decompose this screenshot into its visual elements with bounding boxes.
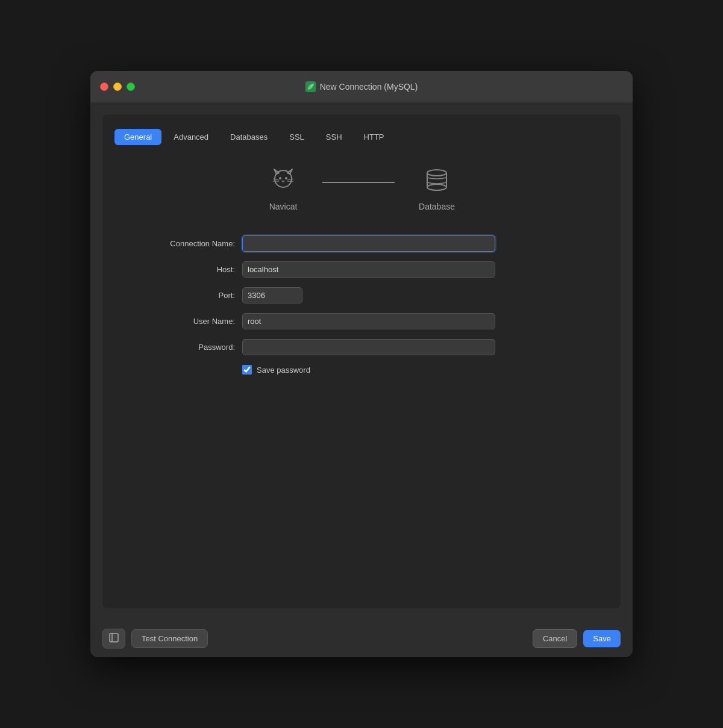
password-label: Password:	[151, 343, 235, 352]
password-row: Password:	[151, 339, 572, 355]
save-button[interactable]: Save	[583, 630, 621, 647]
username-input[interactable]	[242, 313, 495, 329]
sidebar-icon	[109, 633, 119, 642]
svg-point-8	[427, 170, 446, 176]
port-input[interactable]	[242, 287, 302, 303]
host-input[interactable]	[242, 261, 495, 278]
titlebar: New Connection (MySQL)	[90, 71, 633, 102]
password-input[interactable]	[242, 339, 495, 355]
svg-point-1	[275, 170, 292, 187]
connection-name-input[interactable]	[242, 235, 495, 252]
tab-http[interactable]: HTTP	[354, 129, 394, 145]
navicat-diagram-item: Navicat	[268, 166, 298, 211]
tab-advanced[interactable]: Advanced	[164, 129, 218, 145]
close-button[interactable]	[100, 82, 108, 91]
connection-diagram: Navicat	[114, 166, 609, 211]
navicat-icon	[268, 166, 298, 196]
bottom-right-buttons: Cancel Save	[533, 629, 621, 648]
database-diagram-item: Database	[419, 166, 455, 211]
save-password-label[interactable]: Save password	[257, 366, 310, 375]
username-row: User Name:	[151, 313, 572, 329]
form-section: Connection Name: Host: Port: User Name:	[114, 235, 609, 375]
port-label: Port:	[151, 291, 235, 300]
port-row: Port:	[151, 287, 572, 303]
svg-rect-12	[110, 633, 118, 642]
app-icon	[305, 81, 316, 92]
window-content: General Advanced Databases SSL SSH HTTP	[90, 102, 633, 620]
svg-point-3	[285, 177, 287, 179]
test-connection-button[interactable]: Test Connection	[131, 629, 208, 648]
username-label: User Name:	[151, 317, 235, 326]
host-row: Host:	[151, 261, 572, 278]
bottom-left-buttons: Test Connection	[102, 629, 208, 649]
tab-ssl[interactable]: SSL	[280, 129, 314, 145]
window-title: New Connection (MySQL)	[305, 81, 418, 92]
svg-point-2	[279, 177, 281, 179]
main-window: New Connection (MySQL) General Advanced …	[90, 71, 633, 657]
traffic-lights	[100, 82, 135, 91]
save-password-row: Save password	[151, 365, 572, 375]
save-password-checkbox[interactable]	[242, 365, 252, 375]
minimize-button[interactable]	[113, 82, 122, 91]
tab-general[interactable]: General	[114, 129, 161, 145]
bottom-bar: Test Connection Cancel Save	[90, 620, 633, 657]
navicat-label: Navicat	[269, 202, 298, 211]
svg-point-11	[427, 184, 446, 190]
tab-databases[interactable]: Databases	[221, 129, 277, 145]
tab-bar: General Advanced Databases SSL SSH HTTP	[114, 126, 609, 148]
connection-name-row: Connection Name:	[151, 235, 572, 252]
main-panel: General Advanced Databases SSL SSH HTTP	[102, 114, 621, 608]
database-icon	[422, 166, 452, 196]
host-label: Host:	[151, 265, 235, 274]
tab-ssh[interactable]: SSH	[316, 129, 352, 145]
svg-line-4	[273, 179, 279, 180]
cancel-button[interactable]: Cancel	[533, 629, 577, 648]
connection-line	[322, 182, 395, 183]
connection-name-label: Connection Name:	[151, 239, 235, 248]
database-label: Database	[419, 202, 455, 211]
maximize-button[interactable]	[127, 82, 135, 91]
svg-line-6	[287, 179, 293, 180]
sidebar-toggle-button[interactable]	[102, 629, 125, 649]
